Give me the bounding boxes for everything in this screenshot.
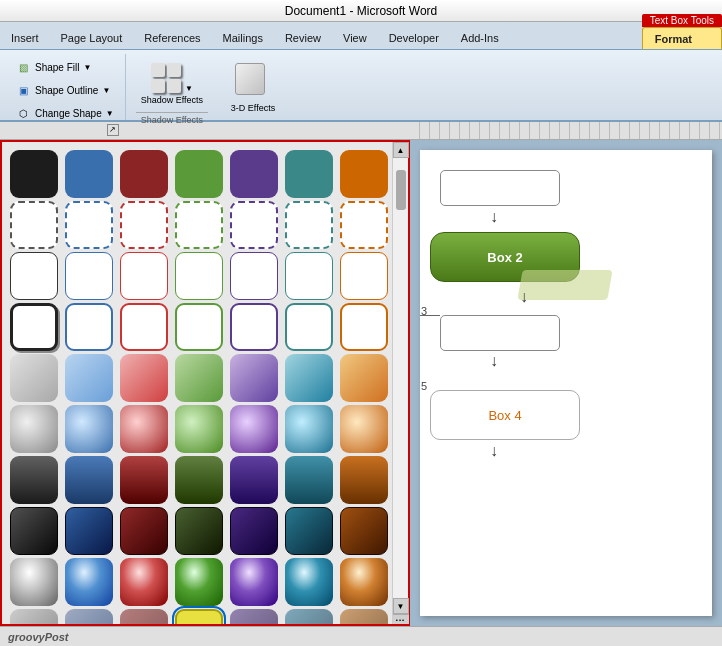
shape-outline-blue[interactable] [65,252,113,300]
shape-dark-blue[interactable] [65,456,113,504]
shape-thick-green[interactable] [175,303,223,351]
shape-gloss-orange[interactable] [340,558,388,606]
tab-review[interactable]: Review [274,25,332,49]
shape-outline-purple[interactable] [230,252,278,300]
tab-references[interactable]: References [133,25,211,49]
shape-darkest-gray[interactable] [10,507,58,555]
shape-gloss-gray[interactable] [10,558,58,606]
shape-dark-purple[interactable] [230,456,278,504]
tab-mailings[interactable]: Mailings [212,25,274,49]
shape-gloss-green[interactable] [175,558,223,606]
expand-shape-group-icon[interactable]: ↗ [107,124,119,136]
shapes-grid [6,146,388,624]
shape-solid-blue[interactable] [65,150,113,198]
shape-darkest-green[interactable] [175,507,223,555]
shape-dark-orange[interactable] [340,456,388,504]
shape-sheen-blue[interactable] [65,405,113,453]
scroll-thumb[interactable] [396,170,406,210]
threed-effects-button[interactable]: 3-D Effects [226,58,280,118]
shape-dashed-blue[interactable] [65,201,113,249]
shape-sheen-green[interactable] [175,405,223,453]
shape-outline-dropdown-icon[interactable]: ▼ [102,86,110,95]
shape-fill-dropdown-icon[interactable]: ▼ [83,63,91,72]
change-shape-dropdown-icon[interactable]: ▼ [106,109,114,118]
shape-gloss-purple[interactable] [230,558,278,606]
scroll-bottom-dots: ••• [393,614,409,624]
change-shape-button[interactable]: ⬡ Change Shape ▼ [10,102,119,124]
shadow-effects-button[interactable]: ▼ Shadow Effects [136,58,208,110]
shape-gloss-teal[interactable] [285,558,333,606]
shape-outline-black[interactable] [10,252,58,300]
scroll-track[interactable] [393,158,408,598]
shape-outline-orange[interactable] [340,252,388,300]
shape-sheen-orange[interactable] [340,405,388,453]
shape-thick-purple[interactable] [230,303,278,351]
shape-solid-purple[interactable] [230,150,278,198]
shape-gradient-orange[interactable] [340,354,388,402]
shape-dashed-teal[interactable] [285,201,333,249]
shape-dashed-green[interactable] [175,201,223,249]
shape-row10-red[interactable] [120,609,168,624]
shadow-effects-group: ▼ Shadow Effects Shadow Effects [128,54,216,120]
shape-dark-red[interactable] [120,456,168,504]
shape-gloss-red[interactable] [120,558,168,606]
shape-dark-gray[interactable] [10,456,58,504]
shape-sheen-teal[interactable] [285,405,333,453]
shape-gradient-green[interactable] [175,354,223,402]
shape-outline-green[interactable] [175,252,223,300]
shape-gloss-blue[interactable] [65,558,113,606]
tab-format[interactable]: Format [642,27,722,49]
shape-darkest-red[interactable] [120,507,168,555]
shadow-icons-grid [151,63,181,93]
shape-darkest-orange[interactable] [340,507,388,555]
shape-dark-teal[interactable] [285,456,333,504]
shape-dashed-purple[interactable] [230,201,278,249]
shape-darkest-purple[interactable] [230,507,278,555]
tab-view[interactable]: View [332,25,378,49]
tab-developer[interactable]: Developer [378,25,450,49]
shape-thick-blue[interactable] [65,303,113,351]
shape-dashed-orange[interactable] [340,201,388,249]
scroll-down-button[interactable]: ▼ [393,598,409,614]
shape-gradient-purple[interactable] [230,354,278,402]
shape-solid-orange[interactable] [340,150,388,198]
shape-outline-button[interactable]: ▣ Shape Outline ▼ [10,79,119,101]
shape-dashed-red[interactable] [120,201,168,249]
status-bar: groovyPost [0,626,722,646]
shape-row10-purple[interactable] [230,609,278,624]
shape-row10-blue[interactable] [65,609,113,624]
shape-dark-green[interactable] [175,456,223,504]
tab-add-ins[interactable]: Add-Ins [450,25,510,49]
tab-page-layout[interactable]: Page Layout [50,25,134,49]
shape-dashed-black[interactable] [10,201,58,249]
shape-gradient-teal[interactable] [285,354,333,402]
shape-solid-darkred[interactable] [120,150,168,198]
shape-sheen-purple[interactable] [230,405,278,453]
shape-outline-label: Shape Outline [35,85,98,96]
shape-solid-black[interactable] [10,150,58,198]
text-box-tools-label: Text Box Tools [642,14,722,27]
shape-darkest-teal[interactable] [285,507,333,555]
shape-thick-red[interactable] [120,303,168,351]
shape-row10-yellow-selected[interactable] [175,609,223,624]
shape-solid-green[interactable] [175,150,223,198]
shape-solid-teal[interactable] [285,150,333,198]
tab-insert[interactable]: Insert [0,25,50,49]
shadow-effects-dropdown-icon[interactable]: ▼ [185,84,193,93]
shape-fill-button[interactable]: ▧ Shape Fill ▼ [10,56,119,78]
shape-gradient-red[interactable] [120,354,168,402]
shape-row10-gray[interactable] [10,609,58,624]
shape-sheen-gray[interactable] [10,405,58,453]
scroll-up-button[interactable]: ▲ [393,142,409,158]
shape-outline-teal[interactable] [285,252,333,300]
shape-thick-black[interactable] [10,303,58,351]
shape-gradient-blue[interactable] [65,354,113,402]
shape-outline-red[interactable] [120,252,168,300]
shape-thick-orange[interactable] [340,303,388,351]
shape-row10-teal[interactable] [285,609,333,624]
shape-sheen-red[interactable] [120,405,168,453]
shape-gradient-gray[interactable] [10,354,58,402]
shape-thick-teal[interactable] [285,303,333,351]
shape-row10-orange[interactable] [340,609,388,624]
shape-darkest-blue[interactable] [65,507,113,555]
